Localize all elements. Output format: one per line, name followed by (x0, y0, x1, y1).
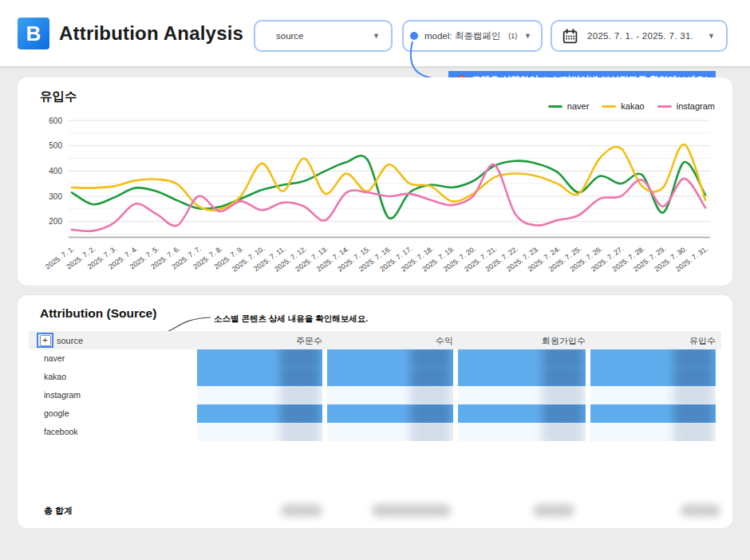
chart-legend: naver kakao instagram (548, 101, 715, 111)
blur-overlay (673, 386, 713, 404)
blur-overlay (673, 349, 713, 368)
top-bar: B Attribution Analysis source ▼ model: 최… (0, 0, 750, 67)
legend-swatch (548, 105, 562, 108)
redacted-value-bar (458, 349, 586, 368)
row-label: facebook (44, 427, 78, 436)
svg-text:400: 400 (49, 167, 62, 175)
blur-overlay (543, 349, 583, 368)
blur-overlay (280, 368, 320, 386)
legend-swatch (602, 105, 616, 108)
blur-overlay (410, 349, 451, 368)
model-filter-dropdown[interactable]: model: 최종캠페인 (1) ▼ (402, 20, 543, 52)
blur-overlay (673, 423, 713, 441)
source-filter-label: source (276, 31, 304, 41)
redacted-value-bar (197, 349, 322, 368)
redacted-value-bar (327, 349, 453, 368)
redacted-value-bar (327, 368, 453, 386)
svg-text:600: 600 (49, 116, 62, 125)
redacted-total-signups (533, 504, 574, 517)
legend-label: kakao (621, 101, 644, 111)
svg-text:300: 300 (49, 192, 62, 201)
column-header-orders[interactable]: 주문수 (197, 335, 322, 347)
redacted-value-bar (590, 368, 716, 386)
legend-item-instagram[interactable]: instagram (657, 101, 715, 111)
legend-label: naver (567, 101, 590, 111)
redacted-total-inflow (681, 504, 720, 517)
table-header-row: + source 주문수 수익 회원가입수 유입수 (29, 331, 721, 349)
date-range-picker[interactable]: 2025. 7. 1. - 2025. 7. 31. ▼ (551, 20, 728, 52)
table-total-row: 총 합계 (29, 501, 721, 520)
blur-overlay (410, 368, 451, 386)
redacted-value-bar (590, 423, 716, 441)
x-axis-labels: 2025. 7. 1.2025. 7. 2.2025. 7. 3.2025. 7… (44, 245, 709, 274)
table-row-google: google (29, 404, 721, 423)
blur-overlay (410, 386, 451, 404)
expand-button-highlight: + (37, 333, 53, 348)
blur-overlay (543, 386, 583, 404)
redacted-value-bar (197, 423, 322, 441)
y-axis-labels: 200300400500600 (49, 116, 62, 227)
table-rows: naverkakaoinstagramgooglefacebook (29, 349, 721, 441)
table-title: Attribution (Source) (40, 306, 156, 321)
app-logo: B (18, 18, 49, 49)
redacted-value-bar (458, 368, 586, 386)
column-header-source[interactable]: source (57, 336, 83, 345)
line-chart: 2003004005006002025. 7. 1.2025. 7. 2.202… (18, 112, 732, 283)
redacted-value-bar (458, 423, 586, 441)
expand-rows-button[interactable]: + (40, 335, 51, 346)
legend-item-naver[interactable]: naver (548, 101, 590, 111)
blur-overlay (280, 349, 320, 368)
blur-overlay (673, 404, 713, 423)
blur-overlay (543, 368, 583, 386)
redacted-total-orders (281, 504, 322, 517)
redacted-value-bar (197, 404, 322, 423)
table-row-naver: naver (29, 349, 721, 368)
svg-text:500: 500 (49, 141, 62, 150)
column-header-signups[interactable]: 회원가입수 (458, 335, 586, 347)
legend-label: instagram (677, 101, 715, 111)
row-label: google (44, 408, 69, 418)
redacted-value-bar (327, 386, 453, 404)
row-label: naver (44, 353, 65, 363)
source-filter-dropdown[interactable]: source ▼ (254, 20, 393, 52)
blur-overlay (280, 423, 320, 441)
date-range-value: 2025. 7. 1. - 2025. 7. 31. (587, 31, 693, 41)
redacted-value-bar (327, 404, 453, 423)
attribution-table-card: Attribution (Source) 소스별 콘텐츠 상세 내용을 확인해보… (18, 295, 732, 528)
redacted-value-bar (458, 404, 586, 423)
chevron-down-icon: ▼ (524, 32, 531, 40)
svg-text:200: 200 (49, 217, 62, 226)
column-header-inflow[interactable]: 유입수 (590, 335, 716, 347)
blur-overlay (543, 423, 583, 441)
redacted-value-bar (197, 386, 322, 404)
row-label: instagram (44, 390, 81, 400)
table-row-kakao: kakao (29, 368, 721, 386)
redacted-value-bar (458, 386, 586, 404)
model-filter-count: (1) (508, 32, 517, 40)
redacted-value-bar (590, 386, 716, 404)
blur-overlay (410, 423, 451, 441)
inflow-chart-card: 유입수 naver kakao instagram 20030040050060… (18, 77, 732, 286)
redacted-value-bar (590, 349, 716, 368)
row-label: kakao (44, 372, 66, 381)
model-filter-value: 최종캠페인 (455, 30, 501, 42)
model-filter-prefix: model: (424, 31, 452, 41)
chart-title: 유입수 (40, 89, 77, 105)
legend-swatch (657, 105, 672, 108)
blur-overlay (543, 404, 583, 423)
page-title: Attribution Analysis (59, 22, 243, 45)
total-label: 총 합계 (44, 505, 73, 517)
table-row-instagram: instagram (29, 386, 721, 404)
blur-overlay (410, 404, 451, 423)
legend-item-kakao[interactable]: kakao (602, 101, 644, 111)
blur-overlay (280, 386, 320, 404)
series-line-kakao (72, 144, 705, 211)
table-annotation: 소스별 콘텐츠 상세 내용을 확인해보세요. (214, 314, 368, 325)
column-header-revenue[interactable]: 수익 (327, 335, 453, 347)
redacted-total-revenue (372, 504, 451, 517)
chevron-down-icon: ▼ (708, 32, 715, 40)
blur-overlay (280, 404, 320, 423)
redacted-value-bar (197, 368, 322, 386)
calendar-icon (562, 28, 578, 45)
table-row-facebook: facebook (29, 423, 721, 441)
